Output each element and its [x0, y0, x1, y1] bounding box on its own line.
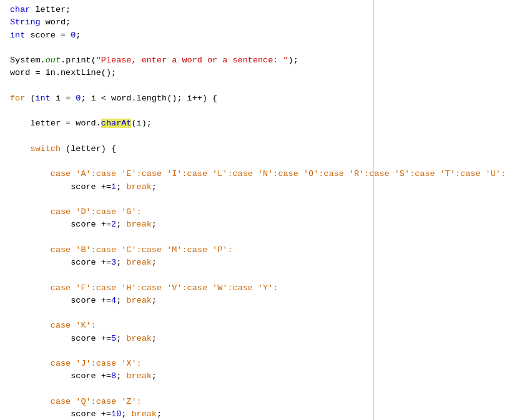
code-line: case 'F':case 'H':case 'V':case 'W':case… — [0, 282, 517, 295]
code-line-content: char letter; — [10, 4, 71, 16]
code-line — [0, 42, 517, 54]
code-line: switch (letter) { — [0, 143, 517, 155]
code-line — [0, 130, 517, 143]
code-line — [0, 345, 517, 358]
code-line: word = in.nextLine(); — [0, 67, 517, 79]
code-line-content: case 'D':case 'G': — [10, 206, 142, 218]
code-line — [0, 105, 517, 117]
code-line: score +=3; break; — [0, 256, 517, 269]
code-line: score +=8; break; — [0, 370, 517, 383]
code-line: String word; — [0, 16, 517, 29]
code-line-content: int score = 0; — [10, 29, 81, 42]
code-line: System.out.print("Please, enter a word o… — [0, 54, 517, 67]
code-line — [0, 307, 517, 320]
code-line-content: score +=2; break; — [10, 218, 157, 231]
code-line — [0, 269, 517, 281]
code-line-content: score +=8; break; — [10, 370, 157, 383]
code-line-content: score +=3; break; — [10, 256, 157, 269]
code-line-content: score +=10; break; — [10, 408, 162, 420]
code-line: letter = word.charAt(i); — [0, 117, 517, 130]
code-line — [0, 80, 517, 92]
code-line — [0, 232, 517, 244]
code-line-content: System.out.print("Please, enter a word o… — [10, 54, 298, 67]
code-line: char letter; — [0, 4, 517, 16]
code-line-content: case 'B':case 'C':case 'M':case 'P': — [10, 244, 233, 256]
code-line: case 'J':case 'X': — [0, 358, 517, 370]
code-line-content: score +=5; break; — [10, 333, 157, 345]
code-line-content: case 'F':case 'H':case 'V':case 'W':case… — [10, 282, 278, 295]
code-line-content: case 'A':case 'E':case 'I':case 'L':case… — [10, 168, 506, 180]
code-line-content: case 'K': — [10, 320, 96, 332]
code-line-content — [10, 232, 51, 244]
code-line: case 'Q':case 'Z': — [0, 396, 517, 408]
code-line-content: case 'Q':case 'Z': — [10, 396, 142, 408]
code-line-content: score +=1; break; — [10, 181, 157, 193]
code-line-content: letter = word.charAt(i); — [10, 117, 152, 130]
code-line: score +=5; break; — [0, 333, 517, 345]
code-line: score +=2; break; — [0, 218, 517, 231]
code-line-content — [10, 42, 15, 54]
code-line-content — [10, 105, 30, 117]
code-line: case 'A':case 'E':case 'I':case 'L':case… — [0, 168, 517, 180]
code-editor: char letter;String word;int score = 0; S… — [0, 0, 517, 420]
code-line-content: score +=4; break; — [10, 295, 157, 307]
code-line-content — [10, 383, 51, 396]
code-line: score +=1; break; — [0, 181, 517, 193]
code-line-content: for (int i = 0; i < word.length(); i++) … — [10, 92, 217, 105]
code-line-content: String word; — [10, 16, 71, 29]
code-line-content — [10, 80, 15, 92]
code-line — [0, 155, 517, 168]
code-line: case 'D':case 'G': — [0, 206, 517, 218]
code-line: score +=4; break; — [0, 295, 517, 307]
code-line: score +=10; break; — [0, 408, 517, 420]
code-line: case 'B':case 'C':case 'M':case 'P': — [0, 244, 517, 256]
code-line-content — [10, 130, 30, 143]
code-line-content: switch (letter) { — [10, 143, 116, 155]
code-line-content — [10, 269, 51, 281]
code-line-content: case 'J':case 'X': — [10, 358, 142, 370]
code-line-content — [10, 155, 51, 168]
code-line-content — [10, 307, 51, 320]
code-line — [0, 383, 517, 396]
code-line — [0, 193, 517, 206]
code-line-content — [10, 345, 51, 358]
code-line: case 'K': — [0, 320, 517, 332]
code-line-content — [10, 193, 51, 206]
code-line: int score = 0; — [0, 29, 517, 42]
code-line: for (int i = 0; i < word.length(); i++) … — [0, 92, 517, 105]
code-line-content: word = in.nextLine(); — [10, 67, 116, 79]
